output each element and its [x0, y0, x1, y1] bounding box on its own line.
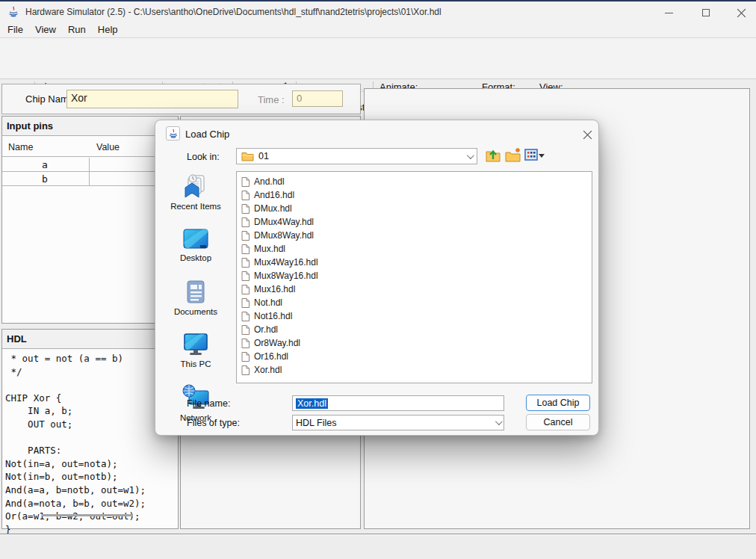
- new-folder-icon[interactable]: [504, 147, 522, 164]
- hdl-panel: HDL * out = not (a == b) */ CHIP Xor { I…: [1, 329, 179, 529]
- file-list-item[interactable]: Or.hdl: [237, 323, 592, 336]
- table-row[interactable]: b: [2, 172, 178, 186]
- file-icon: [241, 271, 250, 281]
- file-name-label: DMux8Way.hdl: [254, 230, 314, 241]
- pins-table-header: Name Value: [2, 138, 178, 157]
- place-label: This PC: [181, 359, 211, 368]
- close-button[interactable]: [726, 3, 756, 22]
- file-name-label: Xor.hdl: [254, 365, 282, 375]
- files-of-type-value: HDL Files: [296, 418, 336, 428]
- file-name-label: Mux16.hdl: [254, 284, 295, 294]
- place-this-pc[interactable]: This PC: [169, 332, 223, 368]
- place-label: Desktop: [180, 253, 211, 262]
- menu-help[interactable]: Help: [92, 22, 124, 37]
- column-name: Name: [8, 142, 33, 152]
- menu-file[interactable]: File: [1, 22, 29, 37]
- folder-icon: [241, 152, 254, 161]
- dialog-close-button[interactable]: [580, 127, 595, 142]
- documents-icon: [185, 280, 207, 305]
- dialog-title: Load Chip: [185, 129, 229, 140]
- this-pc-icon: [182, 332, 210, 357]
- file-list-item[interactable]: Mux.hdl: [237, 242, 592, 256]
- file-icon: [241, 312, 250, 321]
- load-chip-dialog: Load Chip Look in: 01 Recent Items: [155, 120, 599, 436]
- file-icon: [241, 191, 250, 200]
- file-list-item[interactable]: Xor.hdl: [237, 363, 592, 377]
- recent-items-icon: [182, 174, 209, 200]
- look-in-value: 01: [258, 151, 269, 161]
- chip-name-value: Xor: [71, 92, 87, 104]
- close-icon: [583, 130, 592, 140]
- file-list-item[interactable]: Or16.hdl: [237, 350, 592, 363]
- hdl-title: HDL: [7, 333, 27, 345]
- file-name-label: Mux4Way16.hdl: [254, 257, 318, 268]
- menu-bar: File View Run Help: [0, 21, 756, 38]
- dialog-java-icon: [166, 126, 180, 140]
- file-name-label: Not.hdl: [254, 297, 282, 308]
- toolbar: Slow Fast Animate: Program flow Format: …: [0, 38, 756, 79]
- file-list-item[interactable]: Mux4Way16.hdl: [237, 256, 592, 269]
- place-desktop[interactable]: Desktop: [169, 227, 223, 262]
- view-menu-arrow-icon[interactable]: [539, 154, 545, 158]
- file-list-item[interactable]: And16.hdl: [237, 188, 592, 202]
- place-label: Recent Items: [170, 202, 221, 211]
- minimize-icon: [665, 13, 673, 13]
- file-list-item[interactable]: DMux4Way.hdl: [237, 215, 592, 229]
- input-pins-title: Input pins: [7, 120, 53, 132]
- file-name-input[interactable]: Xor.hdl: [292, 395, 504, 411]
- input-pins-header: Input pins: [2, 117, 178, 136]
- file-name-label: Mux8Way16.hdl: [254, 271, 318, 281]
- file-name-label: And16.hdl: [254, 190, 294, 200]
- look-in-select[interactable]: 01: [236, 148, 477, 164]
- file-list-item[interactable]: Not16.hdl: [237, 309, 592, 323]
- file-icon: [241, 285, 250, 294]
- file-list-item[interactable]: Or8Way.hdl: [237, 336, 592, 350]
- file-list-item[interactable]: DMux8Way.hdl: [237, 229, 592, 242]
- cancel-button[interactable]: Cancel: [526, 414, 590, 430]
- menu-run[interactable]: Run: [62, 22, 92, 37]
- view-menu-icon[interactable]: [524, 149, 538, 162]
- file-name-label: DMux.hdl: [254, 203, 292, 214]
- file-icon: [241, 339, 250, 348]
- title-bar: Hardware Simulator (2.5) - C:\Users\anth…: [0, 0, 756, 21]
- java-app-icon: [7, 6, 19, 21]
- file-list-item[interactable]: Mux16.hdl: [237, 282, 592, 296]
- status-bar-divider: [0, 534, 756, 535]
- table-row[interactable]: a: [2, 158, 178, 172]
- place-recent-items[interactable]: Recent Items: [169, 174, 223, 211]
- hdl-hscrollbar[interactable]: [42, 514, 133, 516]
- file-list-item[interactable]: Mux8Way16.hdl: [237, 269, 592, 282]
- file-icon: [241, 298, 250, 308]
- files-of-type-select[interactable]: HDL Files: [292, 415, 504, 430]
- hdl-code[interactable]: * out = not (a == b) */ CHIP Xor { IN a,…: [5, 352, 176, 536]
- file-icon: [241, 365, 250, 375]
- file-icon: [241, 204, 250, 214]
- pin-b-name: b: [42, 173, 48, 185]
- maximize-button[interactable]: [691, 3, 721, 22]
- file-icon: [241, 177, 250, 187]
- load-chip-button[interactable]: Load Chip: [526, 395, 590, 411]
- place-label: Documents: [174, 307, 217, 316]
- file-list-item[interactable]: And.hdl: [237, 175, 592, 188]
- file-list-item[interactable]: Not.hdl: [237, 296, 592, 309]
- chip-bar: Chip Name : Xor Time : 0: [1, 84, 361, 114]
- file-icon: [241, 258, 250, 268]
- file-name-label-caption: File name:: [187, 398, 230, 409]
- chip-name-field[interactable]: Xor: [66, 90, 238, 108]
- file-icon: [241, 231, 250, 241]
- file-name-label: Or16.hdl: [254, 351, 288, 362]
- file-list-item[interactable]: DMux.hdl: [237, 202, 592, 215]
- menu-view[interactable]: View: [29, 22, 62, 37]
- cancel-label: Cancel: [544, 417, 573, 427]
- file-list[interactable]: And.hdl And16.hdl DMux.hdl DMux4Way.hdl: [236, 171, 592, 383]
- pin-a-name: a: [42, 159, 48, 170]
- file-icon: [241, 325, 250, 335]
- minimize-button[interactable]: [654, 3, 684, 22]
- file-name-label: Or8Way.hdl: [254, 338, 300, 348]
- up-folder-icon[interactable]: [485, 147, 501, 164]
- maximize-icon: [702, 9, 710, 16]
- files-of-type-caption: Files of type:: [187, 418, 240, 428]
- place-documents[interactable]: Documents: [169, 280, 223, 316]
- file-name-label: Mux.hdl: [254, 244, 285, 254]
- file-name-label: DMux4Way.hdl: [254, 217, 314, 227]
